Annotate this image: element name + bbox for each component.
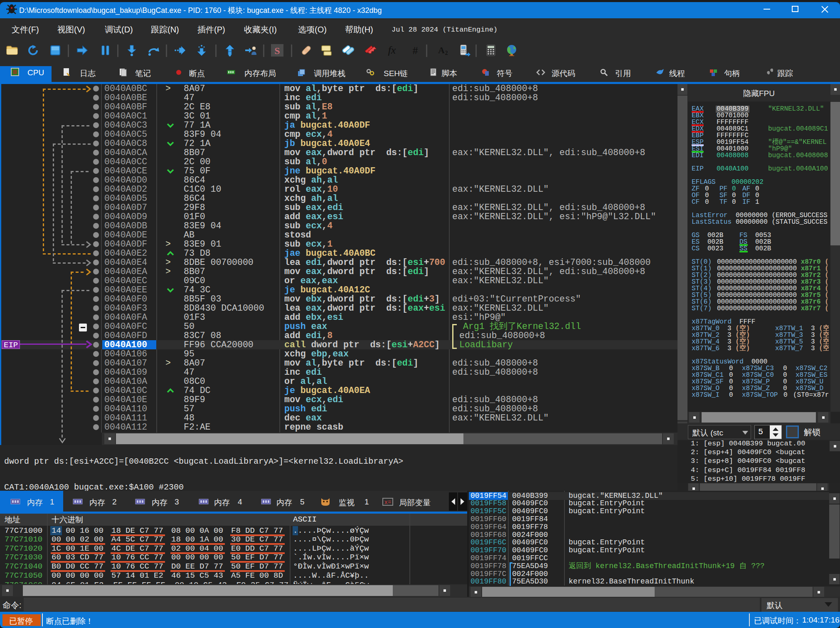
- svg-text:fx: fx: [388, 44, 396, 56]
- svg-text:S: S: [274, 45, 280, 56]
- svg-text:x=: x=: [384, 499, 392, 506]
- svg-text:2: 2: [445, 50, 448, 56]
- svg-text:A: A: [438, 45, 445, 55]
- svg-text:#: #: [413, 45, 418, 57]
